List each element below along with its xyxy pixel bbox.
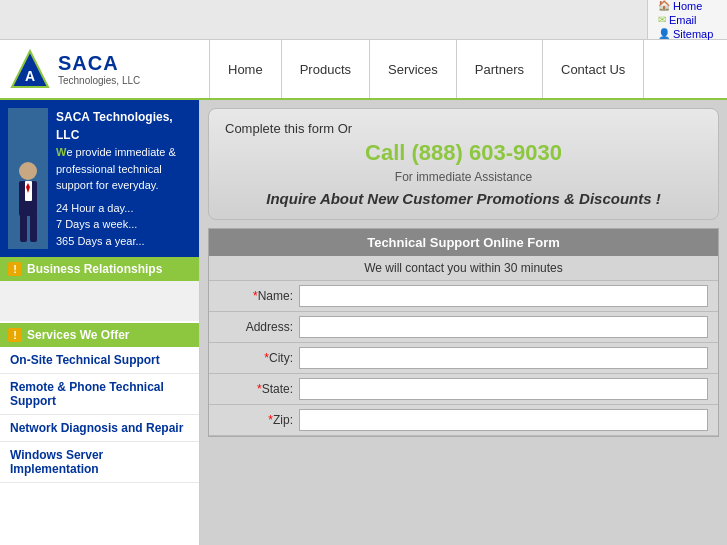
form-row-zip: *Zip: xyxy=(209,405,718,436)
promo-intro: Complete this form Or xyxy=(225,121,702,136)
nav-products[interactable]: Products xyxy=(281,40,370,98)
form-container: Technical Support Online Form We will co… xyxy=(208,228,719,437)
services-header: ! Services We Offer xyxy=(0,323,199,347)
biz-rel-content xyxy=(0,281,199,321)
form-title: Technical Support Online Form xyxy=(209,229,718,256)
highlight-letter: W xyxy=(56,146,66,158)
nav-contact[interactable]: Contact Us xyxy=(542,40,644,98)
state-input[interactable] xyxy=(299,378,708,400)
promo-assistance: For immediate Assistance xyxy=(225,170,702,184)
city-input[interactable] xyxy=(299,347,708,369)
home-icon: 🏠 xyxy=(658,0,670,11)
header: A SACA Technologies, LLC Home Products S… xyxy=(0,40,727,100)
top-right-links: 🏠 Home ✉ Email 👤 Sitemap xyxy=(647,0,727,39)
exclaim-icon: ! xyxy=(8,262,22,276)
svg-rect-4 xyxy=(20,214,27,242)
service-link-remote[interactable]: Remote & Phone Technical Support xyxy=(0,374,199,415)
featured-title: SACA Technologies, LLC xyxy=(56,108,191,144)
nav-services[interactable]: Services xyxy=(369,40,457,98)
logo-subtitle: Technologies, LLC xyxy=(58,75,140,86)
service-link-network[interactable]: Network Diagnosis and Repair xyxy=(0,415,199,442)
service-link-onsite[interactable]: On-Site Technical Support xyxy=(0,347,199,374)
form-row-address: Address: xyxy=(209,312,718,343)
top-nav: 🏠 Home ✉ Email 👤 Sitemap xyxy=(0,0,727,40)
address-input[interactable] xyxy=(299,316,708,338)
email-link[interactable]: ✉ Email xyxy=(658,14,717,26)
city-label: *City: xyxy=(219,351,299,365)
nav-home[interactable]: Home xyxy=(209,40,282,98)
form-row-city: *City: xyxy=(209,343,718,374)
featured-person-image xyxy=(8,108,48,249)
sitemap-link[interactable]: 👤 Sitemap xyxy=(658,28,717,40)
logo-text: SACA Technologies, LLC xyxy=(58,52,140,86)
name-label: *Name: xyxy=(219,289,299,303)
sidebar: SACA Technologies, LLC We provide immedi… xyxy=(0,100,200,545)
nav-partners[interactable]: Partners xyxy=(456,40,543,98)
svg-rect-5 xyxy=(30,214,37,242)
featured-text: SACA Technologies, LLC We provide immedi… xyxy=(56,108,191,249)
zip-label: *Zip: xyxy=(219,413,299,427)
svg-text:A: A xyxy=(25,68,35,84)
sitemap-icon: 👤 xyxy=(658,28,670,39)
logo-area: A SACA Technologies, LLC xyxy=(0,41,200,97)
services-exclaim-icon: ! xyxy=(8,328,22,342)
promo-box: Complete this form Or Call (888) 603-903… xyxy=(208,108,719,220)
state-label: *State: xyxy=(219,382,299,396)
logo-icon: A xyxy=(10,49,50,89)
email-icon: ✉ xyxy=(658,14,666,25)
nav-items: Home Products Services Partners Contact … xyxy=(210,40,644,98)
main-layout: SACA Technologies, LLC We provide immedi… xyxy=(0,100,727,545)
promo-phone: Call (888) 603-9030 xyxy=(225,140,702,166)
form-row-state: *State: xyxy=(209,374,718,405)
form-row-name: *Name: xyxy=(209,281,718,312)
featured-hours: 24 Hour a day... 7 Days a week... 365 Da… xyxy=(56,200,191,250)
address-label: Address: xyxy=(219,320,299,334)
promo-inquiry: Inquire About New Customer Promotions & … xyxy=(225,190,702,207)
service-link-windows[interactable]: Windows Server Implementation xyxy=(0,442,199,483)
content-area: Complete this form Or Call (888) 603-903… xyxy=(200,100,727,545)
logo-company-name: SACA xyxy=(58,52,140,75)
biz-rel-header: ! Business Relationships xyxy=(0,257,199,281)
name-input[interactable] xyxy=(299,285,708,307)
featured-description: We provide immediate & professional tech… xyxy=(56,144,191,194)
featured-box: SACA Technologies, LLC We provide immedi… xyxy=(0,100,199,257)
svg-point-2 xyxy=(19,162,37,180)
form-subtitle: We will contact you within 30 minutes xyxy=(209,256,718,281)
home-link[interactable]: 🏠 Home xyxy=(658,0,717,12)
zip-input[interactable] xyxy=(299,409,708,431)
